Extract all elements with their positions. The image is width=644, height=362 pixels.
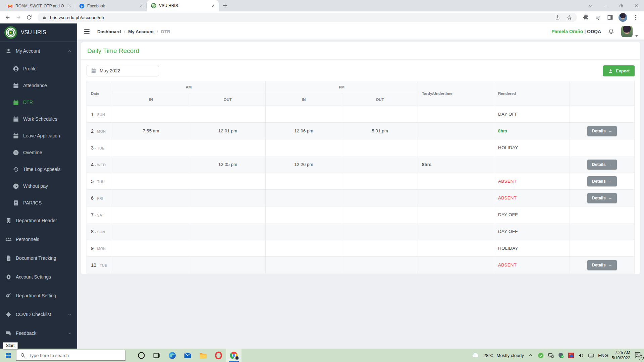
cell-am-in <box>112 223 190 240</box>
date-cell: 6 - FRI <box>87 190 112 206</box>
start-tooltip: Start <box>3 342 18 349</box>
action-center-button[interactable]: 2 <box>634 351 642 359</box>
sidebar-item-par-ics[interactable]: PAR/ICS <box>0 194 77 211</box>
tray-expand-chevron-icon[interactable] <box>528 352 534 359</box>
playlist-extension-icon[interactable] <box>595 14 601 21</box>
taskbar-app-task-view[interactable] <box>149 349 164 362</box>
cell-pm-out <box>342 173 418 190</box>
cell-am-out <box>190 139 266 156</box>
date-day: - SAT <box>94 213 104 217</box>
sidebar-item-leave-application[interactable]: Leave Application <box>0 127 77 144</box>
cell-tardy <box>418 106 494 123</box>
details-button[interactable]: Details→ <box>587 176 617 186</box>
cell-rendered <box>494 156 570 173</box>
sidebar-item-label: Document Tracking <box>16 255 56 261</box>
sidebar-item-work-schedules[interactable]: Work Schedules <box>0 111 77 127</box>
sidebar-item-time-log-appeals[interactable]: Time Log Appeals <box>0 161 77 178</box>
breadcrumb-my-account[interactable]: My Account <box>128 29 154 34</box>
taskbar-app-cortana[interactable] <box>133 349 149 362</box>
details-button[interactable]: Details→ <box>587 193 617 203</box>
dtr-row-7: 7 - SATDAY OFF <box>87 206 635 223</box>
taskbar-app-opera[interactable] <box>211 349 226 362</box>
breadcrumb-dashboard[interactable]: Dashboard <box>97 29 121 34</box>
browser-tab-roam-swot-otp-and-otp-mon[interactable]: ROAM, SWOT, OTP and OTP Mon <box>3 0 75 11</box>
url-text[interactable]: hris.vsu.edu.ph/account/dtr <box>50 15 549 20</box>
back-button[interactable] <box>3 13 12 22</box>
sidebar-item-attendance[interactable]: Attendance <box>0 77 77 94</box>
brand[interactable]: VSU HRIS <box>0 23 77 42</box>
maximize-button[interactable] <box>613 0 629 11</box>
hamburger-menu-icon[interactable] <box>83 28 91 35</box>
start-button[interactable] <box>0 349 16 362</box>
details-button[interactable]: Details→ <box>587 160 617 170</box>
header-right: Pamela Oraño | ODQA <box>551 26 638 37</box>
new-tab-button[interactable] <box>221 2 229 9</box>
taskbar-search[interactable] <box>16 350 125 361</box>
taskbar-app-chrome[interactable] <box>226 349 241 362</box>
browser-profile-avatar[interactable] <box>619 13 627 22</box>
weather-temp[interactable]: 28°C <box>483 353 493 358</box>
sidebar-item-account-settings[interactable]: Account Settings <box>0 267 77 286</box>
search-input[interactable] <box>29 353 121 358</box>
taskbar-app-edge[interactable] <box>164 349 180 362</box>
security-shield-icon[interactable] <box>558 352 564 359</box>
sidebar-item-personnels[interactable]: Personnels <box>0 230 77 249</box>
taskbar-app-mail[interactable] <box>180 349 195 362</box>
network-tray-icon[interactable] <box>548 352 554 359</box>
weather-desc[interactable]: Mostly cloudy <box>496 353 524 358</box>
cell-am-out <box>190 257 266 274</box>
arrow-right-icon: → <box>608 263 612 267</box>
details-button[interactable]: Details→ <box>587 126 617 136</box>
update-tray-icon[interactable] <box>538 352 544 359</box>
tab-close-icon[interactable] <box>67 3 72 9</box>
cell-am-in <box>112 240 190 257</box>
language-indicator[interactable]: ENG <box>598 353 608 358</box>
notifications-bell-icon[interactable] <box>608 28 614 35</box>
tab-search-button[interactable] <box>582 0 598 11</box>
sidebar-item-profile[interactable]: Profile <box>0 60 77 77</box>
bookmark-star-icon[interactable] <box>567 15 572 20</box>
touch-keyboard-icon[interactable] <box>588 352 594 359</box>
sidebar-item-document-tracking[interactable]: Document Tracking <box>0 249 77 267</box>
browser-tab-vsu-hris[interactable]: VSU HRIS <box>147 0 219 11</box>
side-panel-icon[interactable] <box>607 14 613 21</box>
sidebar-item-dtr[interactable]: DTR <box>0 94 77 111</box>
sidebar-item-department-header[interactable]: Department Header <box>0 211 77 230</box>
share-icon[interactable] <box>555 15 560 20</box>
extensions-icon[interactable] <box>583 14 589 21</box>
caret-down-icon[interactable] <box>635 35 638 37</box>
user-name[interactable]: Pamela Oraño | ODQA <box>551 29 601 34</box>
dtr-row-1: 1 - SUNDAY OFF <box>87 106 635 123</box>
minimize-button[interactable] <box>598 0 613 11</box>
user-avatar[interactable] <box>621 26 633 37</box>
cell-action <box>570 139 635 156</box>
taskbar-app-file-explorer[interactable] <box>195 349 211 362</box>
sidebar-item-without-pay[interactable]: Without pay <box>0 178 77 194</box>
app-tray-icon[interactable] <box>568 352 574 359</box>
sidebar-item-covid-checklist[interactable]: COVID Checklist <box>0 305 77 324</box>
notification-badge: 2 <box>639 355 644 360</box>
sidebar-item-feedback[interactable]: Feedback <box>0 324 77 343</box>
date-cell: 2 - MON <box>87 123 112 139</box>
address-bar[interactable]: hris.vsu.edu.ph/account/dtr <box>38 13 577 22</box>
taskbar-clock[interactable]: 7:25 AM 5/10/2022 <box>611 350 630 361</box>
date-cell: 7 - SAT <box>87 206 112 223</box>
browser-tab-facebook[interactable]: Facebook <box>75 0 147 11</box>
details-button[interactable]: Details→ <box>587 260 617 270</box>
tab-close-icon[interactable] <box>139 3 144 9</box>
sidebar-item-overtime[interactable]: Overtime <box>0 144 77 161</box>
browser-menu-icon[interactable] <box>632 14 639 21</box>
cell-pm-in <box>266 190 342 206</box>
tab-close-icon[interactable] <box>210 3 216 9</box>
sidebar-item-department-setting[interactable]: Department Setting <box>0 286 77 305</box>
refresh-button[interactable] <box>25 13 34 22</box>
cell-rendered: ABSENT <box>494 257 570 274</box>
weather-icon[interactable] <box>472 351 480 359</box>
export-button[interactable]: Export <box>603 65 635 76</box>
sidebar-item-my-account[interactable]: My Account <box>0 42 77 60</box>
volume-icon[interactable] <box>578 352 584 359</box>
month-picker[interactable]: May 2022 <box>87 65 159 76</box>
forward-button[interactable] <box>14 13 23 22</box>
close-window-button[interactable] <box>629 0 644 11</box>
cell-action <box>570 240 635 257</box>
